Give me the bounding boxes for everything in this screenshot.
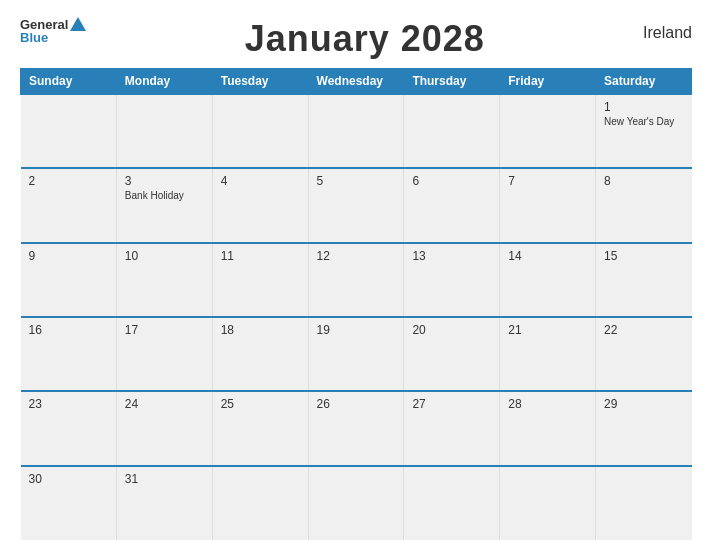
calendar-cell: 22 (596, 317, 692, 391)
holiday-name: Bank Holiday (125, 190, 204, 201)
day-number: 9 (29, 249, 108, 263)
day-number: 11 (221, 249, 300, 263)
calendar-cell: 13 (404, 243, 500, 317)
day-number: 17 (125, 323, 204, 337)
calendar-cell: 24 (116, 391, 212, 465)
day-number: 22 (604, 323, 683, 337)
day-number: 24 (125, 397, 204, 411)
calendar-cell: 9 (21, 243, 117, 317)
header-day-tuesday: Tuesday (212, 69, 308, 95)
calendar-cell: 29 (596, 391, 692, 465)
day-number: 23 (29, 397, 108, 411)
day-number: 20 (412, 323, 491, 337)
calendar-cell: 28 (500, 391, 596, 465)
calendar-cell: 26 (308, 391, 404, 465)
day-number: 5 (317, 174, 396, 188)
day-number: 31 (125, 472, 204, 486)
week-row-6: 3031 (21, 466, 692, 540)
calendar-cell: 20 (404, 317, 500, 391)
day-number: 2 (29, 174, 108, 188)
week-row-4: 16171819202122 (21, 317, 692, 391)
calendar-cell (21, 94, 117, 168)
header-day-friday: Friday (500, 69, 596, 95)
day-number: 7 (508, 174, 587, 188)
calendar-cell (596, 466, 692, 540)
week-row-1: 1New Year's Day (21, 94, 692, 168)
header-day-saturday: Saturday (596, 69, 692, 95)
logo-triangle-icon (70, 17, 86, 31)
calendar-cell: 12 (308, 243, 404, 317)
calendar-cell: 15 (596, 243, 692, 317)
day-number: 4 (221, 174, 300, 188)
calendar-cell: 5 (308, 168, 404, 242)
calendar-cell: 17 (116, 317, 212, 391)
header-day-sunday: Sunday (21, 69, 117, 95)
day-number: 8 (604, 174, 683, 188)
calendar-cell: 11 (212, 243, 308, 317)
calendar-cell: 21 (500, 317, 596, 391)
calendar-cell (212, 466, 308, 540)
calendar-cell (500, 466, 596, 540)
day-number: 14 (508, 249, 587, 263)
day-number: 10 (125, 249, 204, 263)
calendar-cell: 3Bank Holiday (116, 168, 212, 242)
calendar-cell: 4 (212, 168, 308, 242)
calendar-title: January 2028 (86, 18, 643, 60)
calendar-cell: 14 (500, 243, 596, 317)
title-area: January 2028 (86, 18, 643, 60)
day-number: 15 (604, 249, 683, 263)
calendar-cell: 16 (21, 317, 117, 391)
calendar-cell: 19 (308, 317, 404, 391)
day-number: 3 (125, 174, 204, 188)
calendar-cell: 27 (404, 391, 500, 465)
day-number: 27 (412, 397, 491, 411)
calendar-cell: 2 (21, 168, 117, 242)
calendar-cell (116, 94, 212, 168)
day-number: 21 (508, 323, 587, 337)
header-day-monday: Monday (116, 69, 212, 95)
week-row-5: 23242526272829 (21, 391, 692, 465)
day-number: 1 (604, 100, 683, 114)
day-number: 30 (29, 472, 108, 486)
header-day-thursday: Thursday (404, 69, 500, 95)
day-number: 16 (29, 323, 108, 337)
calendar-cell: 10 (116, 243, 212, 317)
week-row-3: 9101112131415 (21, 243, 692, 317)
header: General Blue January 2028 Ireland (20, 18, 692, 60)
calendar-cell: 6 (404, 168, 500, 242)
calendar-cell: 7 (500, 168, 596, 242)
calendar-cell (308, 94, 404, 168)
calendar-cell: 30 (21, 466, 117, 540)
day-number: 26 (317, 397, 396, 411)
day-number: 19 (317, 323, 396, 337)
calendar-cell (404, 94, 500, 168)
logo: General Blue (20, 18, 86, 44)
holiday-name: New Year's Day (604, 116, 683, 127)
header-day-wednesday: Wednesday (308, 69, 404, 95)
day-number: 25 (221, 397, 300, 411)
day-number: 18 (221, 323, 300, 337)
calendar-cell (212, 94, 308, 168)
calendar-cell: 25 (212, 391, 308, 465)
day-number: 28 (508, 397, 587, 411)
calendar-cell (500, 94, 596, 168)
calendar-cell: 31 (116, 466, 212, 540)
calendar-cell (404, 466, 500, 540)
day-number: 12 (317, 249, 396, 263)
calendar-cell: 18 (212, 317, 308, 391)
day-number: 13 (412, 249, 491, 263)
calendar-table: SundayMondayTuesdayWednesdayThursdayFrid… (20, 68, 692, 540)
country-label: Ireland (643, 24, 692, 42)
calendar-cell: 8 (596, 168, 692, 242)
calendar-cell: 1New Year's Day (596, 94, 692, 168)
logo-blue: Blue (20, 31, 86, 44)
calendar-cell: 23 (21, 391, 117, 465)
day-number: 6 (412, 174, 491, 188)
days-header-row: SundayMondayTuesdayWednesdayThursdayFrid… (21, 69, 692, 95)
week-row-2: 23Bank Holiday45678 (21, 168, 692, 242)
day-number: 29 (604, 397, 683, 411)
calendar-page: General Blue January 2028 Ireland Sunday… (0, 0, 712, 550)
calendar-cell (308, 466, 404, 540)
